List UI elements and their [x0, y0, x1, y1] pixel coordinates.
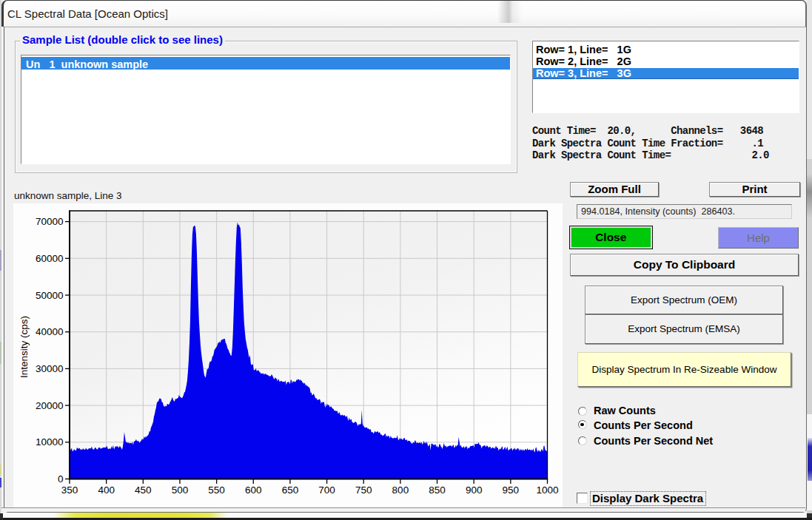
- svg-text:70000: 70000: [36, 216, 64, 227]
- svg-text:400: 400: [98, 484, 115, 496]
- svg-text:350: 350: [61, 484, 78, 496]
- svg-text:800: 800: [392, 484, 409, 496]
- svg-text:1000: 1000: [536, 484, 558, 496]
- svg-text:600: 600: [245, 484, 262, 496]
- svg-text:60000: 60000: [36, 253, 64, 264]
- svg-text:850: 850: [429, 484, 446, 496]
- svg-text:550: 550: [208, 484, 225, 496]
- svg-text:Intensity (cps): Intensity (cps): [19, 316, 30, 378]
- svg-text:40000: 40000: [36, 326, 64, 337]
- svg-text:50000: 50000: [36, 290, 64, 301]
- svg-text:20000: 20000: [36, 400, 64, 411]
- svg-text:650: 650: [282, 484, 299, 496]
- svg-text:450: 450: [135, 484, 152, 496]
- svg-text:10000: 10000: [36, 436, 64, 448]
- svg-text:900: 900: [466, 484, 483, 496]
- svg-text:700: 700: [318, 484, 335, 496]
- svg-text:30000: 30000: [36, 363, 64, 374]
- svg-text:950: 950: [503, 484, 520, 496]
- svg-text:500: 500: [172, 484, 189, 496]
- svg-text:750: 750: [355, 484, 372, 496]
- svg-text:0: 0: [58, 473, 64, 484]
